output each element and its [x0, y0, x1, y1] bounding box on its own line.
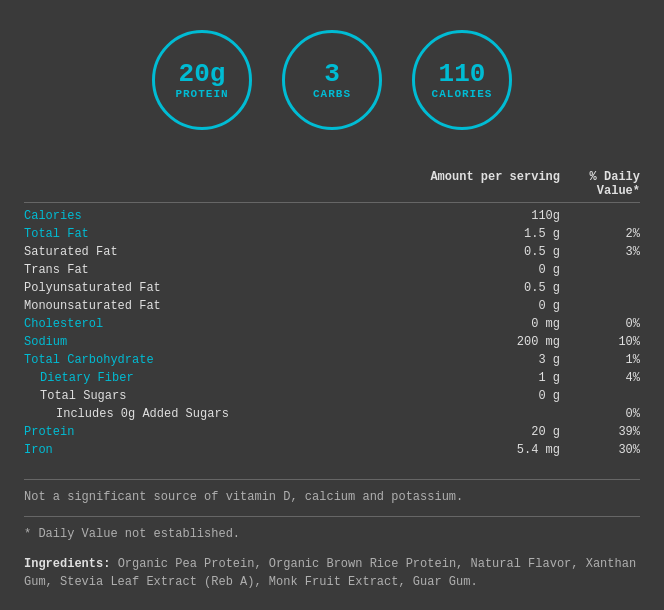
nutrition-header: Amount per serving % Daily Value* — [24, 170, 640, 203]
protein-value: 20g — [179, 60, 226, 89]
row-amount: 5.4 mg — [370, 443, 570, 457]
dv-label: % Daily Value* — [570, 170, 640, 198]
ingredients-text: Organic Pea Protein, Organic Brown Rice … — [24, 557, 636, 589]
row-name: Total Carbohydrate — [24, 353, 370, 367]
calories-value: 110 — [439, 60, 486, 89]
nutrition-row: Total Sugars0 g — [24, 387, 640, 405]
nutrition-row: Trans Fat0 g — [24, 261, 640, 279]
row-amount: 0.5 g — [370, 281, 570, 295]
row-dv: 2% — [570, 227, 640, 241]
row-name: Polyunsaturated Fat — [24, 281, 370, 295]
calories-circle: 110 CALORIES — [412, 30, 512, 130]
row-name: Sodium — [24, 335, 370, 349]
ingredients-label: Ingredients: — [24, 557, 110, 571]
row-amount: 3 g — [370, 353, 570, 367]
row-dv: 30% — [570, 443, 640, 457]
nutrition-row: Dietary Fiber1 g4% — [24, 369, 640, 387]
nutrition-row: Saturated Fat0.5 g3% — [24, 243, 640, 261]
nutrition-row: Cholesterol0 mg0% — [24, 315, 640, 333]
circles-row: 20g PROTEIN 3 CARBS 110 CALORIES — [24, 20, 640, 150]
row-amount: 200 mg — [370, 335, 570, 349]
ingredients-section: Ingredients: Organic Pea Protein, Organi… — [24, 555, 640, 591]
nutrition-section: Amount per serving % Daily Value* Calori… — [24, 170, 640, 459]
protein-circle: 20g PROTEIN — [152, 30, 252, 130]
row-amount: 0 g — [370, 299, 570, 313]
row-name: Includes 0g Added Sugars — [24, 407, 370, 421]
nutrition-row: Polyunsaturated Fat0.5 g — [24, 279, 640, 297]
nutrition-row: Protein20 g39% — [24, 423, 640, 441]
row-name: Protein — [24, 425, 370, 439]
carbs-circle: 3 CARBS — [282, 30, 382, 130]
row-amount: 1 g — [370, 371, 570, 385]
row-dv: 10% — [570, 335, 640, 349]
row-amount: 0 g — [370, 389, 570, 403]
nutrition-row: Sodium200 mg10% — [24, 333, 640, 351]
row-amount: 0 g — [370, 263, 570, 277]
row-dv: 1% — [570, 353, 640, 367]
row-amount: 0.5 g — [370, 245, 570, 259]
nutrition-row: Calories110g — [24, 207, 640, 225]
row-name: Calories — [24, 209, 370, 223]
row-name: Trans Fat — [24, 263, 370, 277]
carbs-value: 3 — [324, 60, 340, 89]
protein-label: PROTEIN — [175, 88, 228, 100]
row-amount: 110g — [370, 209, 570, 223]
footnote1: Not a significant source of vitamin D, c… — [24, 479, 640, 504]
row-dv: 0% — [570, 317, 640, 331]
row-amount: 1.5 g — [370, 227, 570, 241]
footnote2: * Daily Value not established. — [24, 516, 640, 541]
calories-label: CALORIES — [432, 88, 493, 100]
nutrition-row: Monounsaturated Fat0 g — [24, 297, 640, 315]
row-dv: 4% — [570, 371, 640, 385]
row-amount: 20 g — [370, 425, 570, 439]
row-name: Iron — [24, 443, 370, 457]
nutrition-rows-container: Calories110gTotal Fat1.5 g2%Saturated Fa… — [24, 207, 640, 459]
row-amount: 0 mg — [370, 317, 570, 331]
row-dv: 3% — [570, 245, 640, 259]
carbs-label: CARBS — [313, 88, 351, 100]
nutrition-row: Total Carbohydrate3 g1% — [24, 351, 640, 369]
row-dv: 0% — [570, 407, 640, 421]
row-name: Saturated Fat — [24, 245, 370, 259]
nutrition-row: Total Fat1.5 g2% — [24, 225, 640, 243]
row-name: Total Sugars — [24, 389, 370, 403]
row-dv: 39% — [570, 425, 640, 439]
row-name: Dietary Fiber — [24, 371, 370, 385]
row-name: Total Fat — [24, 227, 370, 241]
nutrition-row: Includes 0g Added Sugars0% — [24, 405, 640, 423]
row-name: Monounsaturated Fat — [24, 299, 370, 313]
nutrition-row: Iron5.4 mg30% — [24, 441, 640, 459]
amount-per-serving-label: Amount per serving — [370, 170, 570, 198]
row-name: Cholesterol — [24, 317, 370, 331]
